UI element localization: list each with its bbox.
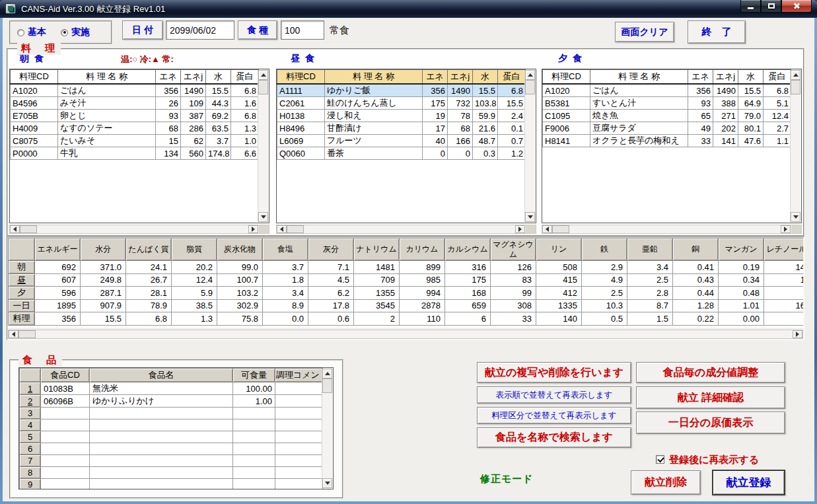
scroll-left-icon[interactable] [542,225,552,233]
table-row[interactable]: A1020ごはん356149015.56.8 [543,84,791,97]
close-button[interactable] [781,0,812,13]
row-header[interactable]: 昼 [9,273,35,287]
horizontal-scrollbar[interactable] [8,330,803,339]
column-header: エネルギー [35,238,81,261]
exit-button[interactable]: 終 了 [688,20,746,44]
scroll-left-icon[interactable] [9,330,18,338]
meal-type-input[interactable] [281,20,324,40]
row-header[interactable]: 1 [20,382,41,395]
row-header[interactable]: 料理 [9,312,35,326]
row-header[interactable]: 5 [20,431,41,443]
clear-screen-button[interactable]: 画面クリア [615,22,674,42]
row-header[interactable]: 夕 [9,287,35,300]
menu-copy-delete-button[interactable]: 献立の複写や削除を行います [477,362,631,383]
menu-delete-button[interactable]: 献立削除 [631,470,701,495]
scrollbar-thumb[interactable] [287,225,304,233]
table-row[interactable]: 7 [20,455,323,467]
scroll-right-icon[interactable] [793,330,802,338]
table-row[interactable]: 料理35615.56.81.375.80.00.621106331400.51.… [9,312,804,326]
horizontal-scrollbar[interactable] [542,225,802,234]
table-row[interactable]: H8496甘酢漬け176821.60.1 [277,122,526,135]
vertical-scrollbar[interactable] [322,369,332,488]
scroll-left-icon[interactable] [277,225,287,233]
maximize-button[interactable] [761,0,781,13]
table-row[interactable]: 8 [20,467,323,479]
scrollbar-thumb[interactable] [322,378,332,393]
table-row[interactable]: C8075たいみそ15623.71.0 [11,135,259,147]
row-header[interactable]: 2 [20,395,41,408]
table-row[interactable]: A1111ゆかりご飯356149015.56.8 [277,84,526,97]
radio-jisshi[interactable]: 実施 [61,26,90,38]
sort-by-dish-category-button[interactable]: 料理区分で並替えて再表示します [477,407,631,424]
radio-basic[interactable]: 基本 [17,26,46,38]
vertical-scrollbar[interactable] [258,70,268,222]
row-header[interactable]: 4 [20,419,41,431]
adjust-component-values-button[interactable]: 食品毎の成分値調整 [636,362,785,383]
row-header[interactable]: 一日 [9,299,35,312]
horizontal-scrollbar[interactable] [9,225,269,234]
scrollbar-thumb[interactable] [552,225,569,233]
table-row[interactable]: A1020ごはん356149015.56.8 [11,84,259,97]
menu-register-button[interactable]: 献立登録 [712,470,785,495]
table-row[interactable]: B5381すいとん汁9338864.95.1 [543,97,791,110]
meal-type-button[interactable]: 食 種 [238,20,277,40]
table-row[interactable]: 3 [20,408,323,419]
row-header[interactable]: 7 [20,455,41,467]
table-row[interactable]: C1095焼き魚6527179.012.4 [543,110,791,122]
table-row[interactable]: 4 [20,419,323,431]
table-row[interactable]: 206096Bゆかりふりかけ1.00 [20,395,323,408]
scroll-down-icon[interactable] [322,478,332,488]
table-row[interactable]: C2061鮭のけんちん蒸し175732103.815.5 [277,97,526,110]
table-row[interactable]: 昼607249.826.712.4100.71.84.5709985175834… [9,273,804,287]
scroll-right-icon[interactable] [248,225,258,233]
scrollbar-thumb[interactable] [18,330,36,338]
table-row[interactable]: L6069フルーツ4016648.70.7 [277,135,526,147]
table-row[interactable]: 5 [20,431,323,443]
horizontal-scrollbar[interactable] [276,225,536,234]
date-button[interactable]: 日 付 [122,20,163,40]
sort-by-display-order-button[interactable]: 表示順で並替えて再表示します [477,386,631,404]
scroll-down-icon[interactable] [258,212,268,222]
table-row[interactable]: B4596みそ汁2610944.31.6 [11,97,259,110]
menu-detail-confirm-button[interactable]: 献立 詳細確認 [636,386,785,409]
vertical-scrollbar[interactable] [524,70,535,222]
search-food-by-name-button[interactable]: 食品を名称で検索します [477,427,631,448]
cell [41,419,90,431]
table-row[interactable]: 朝692371.024.120.299.03.77.11481899316126… [9,261,804,274]
scrollbar-thumb[interactable] [791,80,800,94]
table-row[interactable]: H0138浸し和え197859.92.4 [277,110,526,122]
scroll-up-icon[interactable] [791,70,800,80]
row-header[interactable]: 8 [20,467,41,479]
scrollbar-thumb[interactable] [258,80,268,94]
scroll-up-icon[interactable] [322,369,332,378]
scroll-up-icon[interactable] [258,70,268,80]
table-row[interactable]: P0000牛乳134560174.86.6 [11,147,259,160]
scroll-down-icon[interactable] [525,212,535,222]
table-row[interactable]: 一日1895907.978.938.5302.98.917.8354528786… [9,299,804,312]
row-header[interactable]: 9 [20,479,41,490]
table-row[interactable]: F9006豆腐サラダ4920280.12.7 [543,122,791,135]
table-row[interactable]: 9 [20,479,323,490]
table-row[interactable]: 6 [20,443,323,455]
scroll-down-icon[interactable] [791,212,800,222]
redisplay-after-register-checkbox[interactable] [656,455,664,464]
table-row[interactable]: Q0060番茶000.31.2 [277,147,526,160]
table-row[interactable]: 101083B無洗米100.00 [20,382,323,395]
minimize-button[interactable] [740,0,761,13]
row-header[interactable]: 朝 [9,261,35,274]
row-header[interactable]: 3 [20,408,41,419]
row-header[interactable]: 6 [20,443,41,455]
table-row[interactable]: H4009なすのソテー6828663.51.3 [11,122,259,135]
scrollbar-thumb[interactable] [20,225,37,233]
scroll-right-icon[interactable] [515,225,525,233]
daily-cost-display-button[interactable]: 一日分の原価表示 [636,412,785,434]
table-row[interactable]: 夕596287.128.15.9103.23.46.21355994168994… [9,287,804,300]
vertical-scrollbar[interactable] [790,70,800,222]
scroll-right-icon[interactable] [781,225,791,233]
date-input[interactable] [166,20,234,40]
scroll-up-icon[interactable] [525,70,535,80]
table-row[interactable]: H8141オクラと長芋の梅和え3314147.61.1 [543,135,791,147]
scrollbar-thumb[interactable] [525,80,535,94]
table-row[interactable]: E705B卵とじ9338769.26.8 [11,110,259,122]
scroll-left-icon[interactable] [10,225,20,233]
